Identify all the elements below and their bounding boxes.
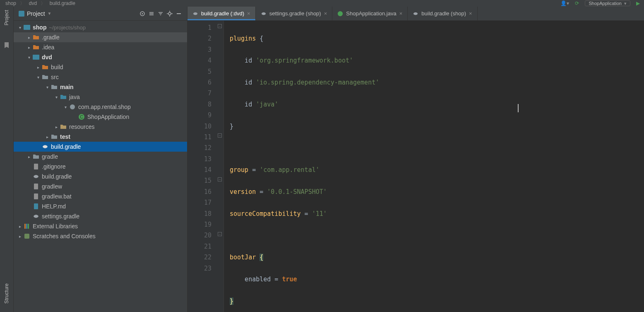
chevron-down-icon[interactable]: ▾ [35,74,41,80]
chevron-right-icon[interactable]: ▸ [53,124,59,130]
expand-all-icon[interactable] [148,10,155,17]
fold-toggle-icon[interactable]: − [218,177,222,181]
chevron-down-icon[interactable]: ▼ [48,11,52,16]
line-number[interactable]: 10 [187,121,211,132]
crumb-shop[interactable]: shop [5,0,16,6]
tree-src[interactable]: ▾ src [14,72,187,82]
tree-gradle-dir2[interactable]: ▸ gradle [14,152,187,162]
tool-structure[interactable]: Structure [4,283,10,304]
tab-build-gradle-shop[interactable]: build.gradle (shop) × [408,7,477,20]
line-number[interactable]: 12 [187,143,211,153]
tool-project[interactable]: Project [4,10,10,25]
line-number[interactable]: 1 [187,22,211,33]
close-icon[interactable]: × [324,10,327,17]
tree-label: Scratches and Consoles [33,233,96,239]
line-number[interactable]: 3 [187,44,211,55]
line-number[interactable]: 2 [187,33,211,44]
tree-package[interactable]: ▾ com.app.rental.shop [14,102,187,112]
run-icon[interactable]: ▶ [636,0,640,6]
line-number[interactable]: 7 [187,88,211,99]
user-icon[interactable]: 👤▾ [560,0,569,6]
fold-toggle-icon[interactable]: − [218,232,222,236]
project-tree[interactable]: ▾ shop ~/projects/shop ▸ .gradle ▸ .idea… [14,21,187,312]
chevron-right-icon[interactable]: ▸ [17,223,23,229]
chevron-down-icon[interactable]: ▾ [17,24,23,30]
fold-toggle-icon[interactable]: − [218,133,222,138]
chevron-down-icon[interactable]: ▾ [44,84,50,90]
close-icon[interactable]: × [247,10,250,17]
tree-test[interactable]: ▸ test [14,132,187,142]
tree-main[interactable]: ▾ main [14,82,187,92]
folder-icon [42,64,48,70]
tab-shop-application[interactable]: ShopApplication.java × [332,7,408,20]
collapse-all-icon[interactable] [157,10,164,17]
tree-java[interactable]: ▾ java [14,92,187,102]
tree-idea-dir[interactable]: ▸ .idea [14,42,187,52]
tree-settings-gradle[interactable]: settings.gradle [14,211,187,221]
text-cursor-icon [518,104,519,112]
tree-resources[interactable]: ▸ resources [14,122,187,132]
line-number[interactable]: 23 [187,263,211,274]
line-number[interactable]: 16 [187,186,211,197]
line-number[interactable]: 13 [187,154,211,164]
code-text[interactable]: plugins { id 'org.springframework.boot' … [224,21,644,312]
line-number[interactable]: 9 [187,110,211,121]
crumb-file[interactable]: build.gradle [50,0,75,6]
close-icon[interactable]: × [399,10,403,17]
fold-strip[interactable]: − − − − [216,21,224,312]
line-number[interactable]: 15 [187,175,211,186]
tree-build-gradle-dvd[interactable]: build.gradle [14,142,187,152]
tree-help[interactable]: HELP.md [14,201,187,211]
tree-root[interactable]: ▾ shop ~/projects/shop [14,22,187,32]
locate-icon[interactable] [139,10,146,17]
tab-build-gradle-dvd[interactable]: build.gradle (:dvd) × [187,7,256,20]
line-number[interactable]: 14 [187,164,211,175]
tree-gradlew[interactable]: gradlew [14,181,187,191]
chevron-right-icon[interactable]: ▸ [26,34,32,40]
chevron-right-icon[interactable]: ▸ [26,154,32,160]
run-config-selector[interactable]: ShopApplication ▾ [585,0,630,6]
chevron-down-icon[interactable]: ▾ [26,54,32,60]
line-number[interactable]: 22 [187,252,211,263]
line-number[interactable]: 8 [187,99,211,110]
svg-rect-4 [24,25,30,30]
tree-gitignore[interactable]: .gitignore [14,162,187,172]
tab-settings-gradle[interactable]: settings.gradle (shop) × [256,7,333,20]
chevron-right-icon[interactable]: ▸ [35,64,41,70]
line-gutter[interactable]: 1 2 3 4 5 6 7 8 9 10 11 12 13 14 15 16 1… [187,21,216,312]
line-number[interactable]: 19 [187,219,211,230]
tree-dvd[interactable]: ▾ dvd [14,52,187,62]
file-icon [33,183,39,190]
code-area[interactable]: 1 2 3 4 5 6 7 8 9 10 11 12 13 14 15 16 1… [187,21,644,312]
folder-icon [33,34,39,41]
line-number[interactable]: 20 [187,230,211,241]
line-number[interactable]: 6 [187,77,211,88]
close-icon[interactable]: × [469,10,472,17]
line-number[interactable]: 4 [187,55,211,66]
tree-gradle-dir[interactable]: ▸ .gradle [14,32,187,42]
chevron-down-icon[interactable]: ▾ [53,94,59,100]
tree-external-libraries[interactable]: ▸ External Libraries [14,221,187,231]
bookmarks-icon[interactable] [3,42,10,48]
chevron-right-icon[interactable]: ▸ [17,233,23,239]
crumb-dvd[interactable]: dvd [29,0,37,6]
tree-gradlew-bat[interactable]: gradlew.bat [14,191,187,201]
chevron-down-icon[interactable]: ▾ [62,104,68,110]
tree-scratches[interactable]: ▸ Scratches and Consoles [14,231,187,241]
line-number[interactable]: 11 [187,132,211,143]
tree-app-class[interactable]: C ShopApplication [14,112,187,122]
chevron-right-icon[interactable]: ▸ [44,134,50,140]
line-number[interactable]: 18 [187,208,211,219]
scratches-icon [24,233,30,239]
line-number[interactable]: 17 [187,197,211,208]
tree-label: settings.gradle [42,213,79,220]
minimize-icon[interactable] [175,10,182,17]
chevron-right-icon[interactable]: ▸ [26,44,32,50]
line-number[interactable]: 5 [187,66,211,77]
build-icon[interactable]: ⟳ [575,0,579,6]
line-number[interactable]: 21 [187,241,211,252]
fold-toggle-icon[interactable]: − [218,24,222,28]
tree-build[interactable]: ▸ build [14,62,187,72]
gear-icon[interactable] [166,10,173,17]
tree-build-gradle-root[interactable]: build.gradle [14,172,187,181]
